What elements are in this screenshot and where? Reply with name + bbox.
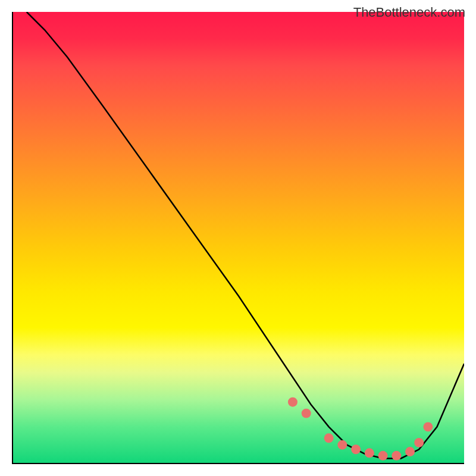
chart-container: TheBottleneck.com: [0, 0, 476, 476]
curve-line: [27, 12, 464, 458]
marker-dot: [351, 444, 361, 454]
marker-dot: [423, 422, 433, 431]
plot-area: [12, 12, 464, 464]
marker-dot: [337, 440, 347, 450]
chart-svg: [13, 12, 464, 463]
marker-dot: [324, 433, 334, 443]
marker-dot: [365, 448, 374, 458]
marker-dot: [414, 438, 424, 447]
marker-dot: [378, 451, 388, 461]
marker-dot: [302, 409, 311, 418]
marker-dot: [405, 447, 415, 456]
marker-dot: [392, 451, 401, 461]
marker-dot: [288, 397, 298, 407]
watermark-text: TheBottleneck.com: [353, 5, 465, 20]
